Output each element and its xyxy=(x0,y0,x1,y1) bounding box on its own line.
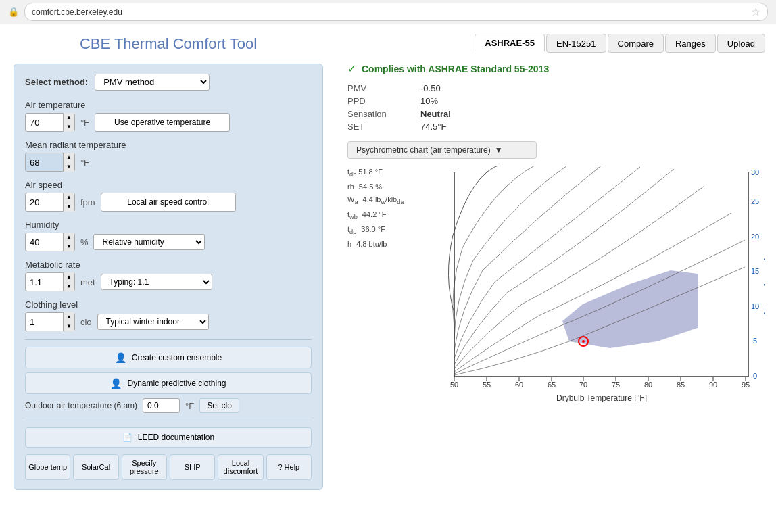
x-tick-60: 60 xyxy=(515,381,523,389)
mrt-input-wrap: ▲ ▼ xyxy=(25,153,75,172)
air-temp-row: Air temperature ▲ ▼ °F Use operative tem… xyxy=(25,100,312,132)
x-tick-90: 90 xyxy=(709,381,717,389)
clothing-label: Clothing level xyxy=(25,299,312,310)
mrt-label: Mean radiant temperature xyxy=(25,140,312,150)
right-panel: ASHRAE-55 EN-15251 Compare Ranges Upload… xyxy=(337,24,776,532)
select-method-label: Select method: xyxy=(25,77,88,87)
bottom-btns: Globe temp SolarCal Specify pressure SI … xyxy=(25,454,312,480)
rh-label: rh xyxy=(347,183,354,191)
mrt-up[interactable]: ▲ xyxy=(64,153,74,162)
clothing-input[interactable] xyxy=(26,313,63,331)
pmv-value: -0.50 xyxy=(420,83,765,93)
tab-compare[interactable]: Compare xyxy=(608,34,664,53)
create-ensemble-btn[interactable]: 👤 Create custom ensemble xyxy=(25,347,312,368)
h-row: h 4.8 btu/lb xyxy=(347,238,429,251)
tdp-value: 36.0 xyxy=(361,225,375,233)
air-temp-up[interactable]: ▲ xyxy=(64,113,74,122)
operative-temp-btn[interactable]: Use operative temperature xyxy=(95,113,230,132)
clothing-up[interactable]: ▲ xyxy=(64,312,74,322)
humidity-up[interactable]: ▲ xyxy=(64,233,74,242)
set-label: SET xyxy=(347,122,415,132)
humidity-input[interactable] xyxy=(26,233,63,251)
clothing-down[interactable]: ▼ xyxy=(64,322,74,331)
air-speed-control-btn[interactable]: Local air speed control xyxy=(101,193,236,212)
tab-en15251[interactable]: EN-15251 xyxy=(546,34,606,53)
tdb-row: tdb 51.8 °F xyxy=(347,166,429,180)
met-type-select[interactable]: Typing: 1.1 xyxy=(101,274,212,290)
ppd-value: 10% xyxy=(420,96,765,106)
leed-btn[interactable]: 📄 LEED documentation xyxy=(25,427,312,448)
dynamic-clothing-btn[interactable]: 👤 Dynamic predictive clothing xyxy=(25,372,312,394)
set-clo-btn[interactable]: Set clo xyxy=(199,398,239,413)
local-discomfort-btn[interactable]: Local discomfort xyxy=(218,454,263,480)
x-axis-label: Drybulb Temperature [°F] xyxy=(556,393,647,402)
x-tick-65: 65 xyxy=(548,381,556,389)
air-speed-input[interactable] xyxy=(26,193,63,211)
tab-ashrae55[interactable]: ASHRAE-55 xyxy=(475,34,545,53)
outdoor-temp-label: Outdoor air temperature (6 am) xyxy=(25,401,137,410)
tabs-row: ASHRAE-55 EN-15251 Compare Ranges Upload xyxy=(347,34,765,53)
sensation-value: Neutral xyxy=(420,109,765,119)
tdb-unit: °F xyxy=(375,168,383,176)
y-axis-label: Humidity Ratio [lbᴄ/klb₉ₐ] xyxy=(764,233,765,314)
tab-upload[interactable]: Upload xyxy=(717,34,765,53)
air-speed-down[interactable]: ▼ xyxy=(64,202,74,212)
met-row: Metabolic rate ▲ ▼ met Typing: 1.1 xyxy=(25,260,312,291)
url-bar[interactable]: comfort.cbe.berkeley.edu ☆ xyxy=(24,3,768,21)
met-input[interactable] xyxy=(26,273,63,291)
air-speed-row: Air speed ▲ ▼ fpm Local air speed contro… xyxy=(25,180,312,212)
x-tick-95: 95 xyxy=(742,381,750,389)
method-select[interactable]: PMV method xyxy=(95,74,210,91)
rh-value: 54.5 xyxy=(359,183,373,191)
help-btn[interactable]: ? Help xyxy=(266,454,312,480)
clothing-input-wrap: ▲ ▼ xyxy=(25,312,75,331)
pmv-label: PMV xyxy=(347,83,415,93)
met-input-wrap: ▲ ▼ xyxy=(25,272,75,291)
left-panel: CBE Thermal Comfort Tool Select method: … xyxy=(0,24,337,532)
air-temp-input[interactable] xyxy=(26,114,63,131)
clothing-type-select[interactable]: Typical winter indoor xyxy=(97,314,209,330)
person-icon: 👤 xyxy=(115,352,126,363)
select-method-row: Select method: PMV method xyxy=(25,74,312,91)
met-spinners: ▲ ▼ xyxy=(63,272,74,291)
air-speed-up[interactable]: ▲ xyxy=(64,193,74,202)
y-tick-10: 10 xyxy=(751,302,759,310)
chart-dropdown[interactable]: Psychrometric chart (air temperature) ▼ xyxy=(347,141,537,159)
specify-pressure-btn[interactable]: Specify pressure xyxy=(122,454,167,480)
h-value: 4.8 xyxy=(356,240,366,248)
person2-icon: 👤 xyxy=(110,378,122,389)
humidity-type-select[interactable]: Relative humidity xyxy=(93,234,205,250)
data-point-center xyxy=(582,340,585,343)
met-up[interactable]: ▲ xyxy=(64,272,74,282)
h-unit: btu/lb xyxy=(369,240,387,248)
globe-temp-btn[interactable]: Globe temp xyxy=(25,454,70,480)
met-down[interactable]: ▼ xyxy=(64,282,74,291)
humidity-spinners: ▲ ▼ xyxy=(63,233,74,251)
tab-ranges[interactable]: Ranges xyxy=(665,34,716,53)
chart-dropdown-label: Psychrometric chart (air temperature) xyxy=(356,145,491,155)
solarcal-btn[interactable]: SolarCal xyxy=(73,454,118,480)
browser-bar: 🔒 comfort.cbe.berkeley.edu ☆ xyxy=(0,0,776,24)
mrt-spinners: ▲ ▼ xyxy=(63,153,74,172)
tdp-label: tdp xyxy=(347,225,356,233)
x-tick-80: 80 xyxy=(644,381,652,389)
air-speed-spinners: ▲ ▼ xyxy=(63,193,74,212)
mrt-input[interactable] xyxy=(26,153,63,171)
compliance-text: Complies with ASHRAE Standard 55-2013 xyxy=(362,64,549,74)
si-ip-btn[interactable]: SI IP xyxy=(170,454,215,480)
y-tick-15: 15 xyxy=(751,267,759,275)
humidity-down[interactable]: ▼ xyxy=(64,242,74,251)
ppd-label: PPD xyxy=(347,96,415,106)
chart-dropdown-arrow: ▼ xyxy=(495,145,503,155)
mrt-down[interactable]: ▼ xyxy=(64,162,74,172)
wa-label: Wa xyxy=(347,195,358,203)
lock-icon: 🔒 xyxy=(8,7,19,17)
set-value: 74.5°F xyxy=(420,122,765,132)
clothing-unit: clo xyxy=(80,317,92,327)
chart-meta: tdb 51.8 °F rh 54.5 % Wa 4.4 lbw/klbda t… xyxy=(347,166,429,402)
rh-row: rh 54.5 % xyxy=(347,180,429,194)
star-icon[interactable]: ☆ xyxy=(751,5,760,18)
air-temp-down[interactable]: ▼ xyxy=(64,122,74,132)
outdoor-temp-input[interactable] xyxy=(143,398,180,413)
clothing-row: Clothing level ▲ ▼ clo Typical winter in… xyxy=(25,299,312,331)
